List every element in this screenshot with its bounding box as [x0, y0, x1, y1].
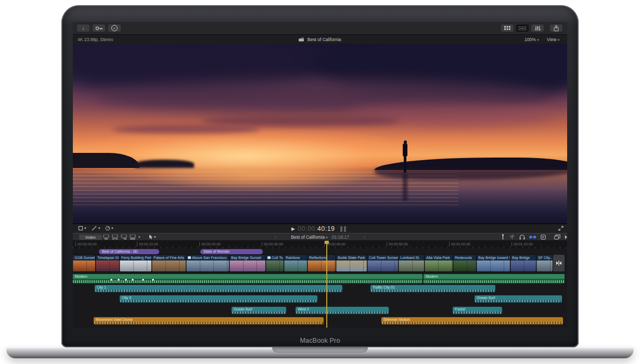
keyframe-dot[interactable] — [110, 279, 112, 281]
audio-clip-label: Ocean Surf — [475, 295, 562, 300]
audio-waveform — [296, 311, 388, 314]
keyframe-dot[interactable] — [125, 279, 127, 281]
timeline-clip[interactable]: SF City... — [536, 255, 553, 271]
island-silhouette — [135, 160, 194, 168]
crop-tool-dropdown[interactable]: ▾ — [78, 226, 86, 231]
clapperboard-icon — [299, 37, 304, 42]
audio-clip[interactable]: Movement Swirl Drone — [94, 317, 324, 324]
audio-waveform — [120, 300, 317, 302]
clip-name: Palace of Fine Arts — [152, 255, 186, 261]
clip-thumbnail — [186, 261, 229, 271]
audio-clip[interactable]: Shimmer Motion — [381, 317, 563, 324]
keywords-button[interactable] — [93, 24, 105, 32]
audio-clip-label: City 3 — [120, 295, 317, 300]
keyframe-dot[interactable] — [152, 279, 154, 281]
timeline-clip[interactable]: Palace of Fine Arts — [152, 255, 186, 271]
browser-view-button[interactable] — [501, 24, 514, 32]
play-button[interactable]: ▶ — [291, 227, 295, 231]
compound-clip-icon — [267, 256, 271, 259]
timeline-clip[interactable]: Ferry Building Part 2 — [120, 255, 151, 271]
audio-clip[interactable]: Forest — [453, 307, 502, 314]
audio-clip-label: Forest — [453, 307, 502, 311]
timeline-clip[interactable]: Lombard St. — [399, 255, 424, 271]
clip-thumbnail — [152, 261, 186, 271]
share-button[interactable] — [550, 24, 562, 32]
timeline-marker[interactable]: State of Wonder — [200, 249, 263, 254]
timeline-ruler[interactable]: 00:00:00:0000:00:10:0000:00:20:0000:00:3… — [73, 240, 567, 249]
solo-headphones-icon[interactable] — [519, 234, 525, 240]
download-icon: ↓ — [82, 25, 85, 31]
duplicate-icon[interactable] — [554, 235, 560, 240]
timeline-clip[interactable]: Alta Vista Park — [425, 255, 453, 271]
timeline-clip[interactable]: Redwoods — [453, 255, 476, 271]
color-tool-dropdown[interactable]: ▾ — [105, 226, 113, 231]
music-clip[interactable]: Modern — [424, 274, 565, 283]
music-clip[interactable]: Modern — [73, 274, 423, 283]
clip-name: Redwoods — [453, 255, 476, 261]
timeline-clip[interactable]: Coit To... — [266, 255, 284, 271]
viewer-title: Best of California — [73, 37, 567, 42]
timeline-clip[interactable]: Bay Bridge toward SF — [477, 255, 510, 271]
timeline-clip[interactable]: Coit Tower Sunset — [367, 255, 398, 271]
trim-crossover-icon[interactable] — [565, 235, 567, 240]
audio-clip[interactable]: Ocean Surf — [232, 307, 286, 314]
clip-thumbnail — [536, 261, 553, 271]
prev-sequence-button[interactable]: ‹ — [275, 235, 276, 240]
effects-tool-dropdown[interactable]: ▾ — [92, 226, 100, 231]
clip-thumbnail — [120, 261, 151, 271]
ruler-tick: 00:00:50:00 — [387, 242, 408, 246]
audio-waveform — [371, 290, 495, 292]
sequence-title-dropdown[interactable]: Best of California ▾01:18:17 — [291, 235, 349, 240]
audio-meters-icon[interactable] — [340, 226, 346, 232]
audio-clip[interactable]: Traffic City 01 — [370, 285, 495, 292]
audio-clip-label: Ocean Surf — [232, 307, 286, 311]
timeline-clip[interactable]: Above San Francisco — [186, 255, 229, 271]
audio-clip[interactable]: City 1 — [95, 285, 342, 292]
timeline-end-cap[interactable] — [553, 255, 565, 271]
skimming-icon[interactable] — [501, 234, 505, 240]
audio-waveform — [382, 322, 562, 324]
audio-skimming-icon[interactable] — [509, 234, 515, 240]
primary-storyline: GGB SunsetTimelapse GGBFerry Building Pa… — [73, 255, 567, 271]
crop-icon — [78, 226, 83, 231]
timeline-clip[interactable]: Bay Bridge — [510, 255, 536, 271]
compound-clip-icon — [188, 256, 191, 259]
audio-clip[interactable]: City 3 — [120, 295, 317, 303]
timeline-clip[interactable]: Bodie State Park — [336, 255, 367, 271]
keyframe-dot[interactable] — [118, 279, 120, 281]
next-sequence-button[interactable]: › — [364, 235, 365, 240]
keyframe-dot[interactable] — [132, 279, 134, 281]
timeline-clip[interactable]: Bay Bridge Sunset — [229, 255, 265, 271]
cloud-streak — [112, 125, 261, 134]
playhead[interactable] — [326, 241, 327, 328]
chevron-down-icon: ▾ — [326, 236, 328, 239]
clip-name: Bay Bridge Sunset — [229, 255, 265, 261]
clip-name: Coit Tower Sunset — [367, 255, 398, 261]
zoom-dropdown[interactable]: 100% ▾ — [524, 37, 539, 42]
timeline-clip[interactable]: Rainbow — [284, 255, 307, 271]
timeline-clip[interactable]: Reflections — [308, 255, 336, 271]
clip-name: Above San Francisco — [186, 255, 229, 261]
audio-clip-label: City 1 — [95, 285, 342, 290]
clip-thumbnail — [425, 261, 453, 271]
audio-clip[interactable]: Wind 2 — [296, 307, 389, 314]
audio-waveform — [232, 311, 286, 314]
timeline-clip[interactable]: GGB Sunset — [73, 255, 95, 271]
clip-thumbnail — [96, 261, 119, 271]
expand-viewer-button[interactable] — [558, 226, 564, 231]
timeline-marker[interactable]: Best of California - 3D — [99, 249, 159, 254]
keyframe-dot[interactable] — [142, 279, 144, 281]
snapping-icon[interactable] — [529, 235, 536, 239]
audio-clip[interactable]: Ocean Surf — [475, 295, 562, 303]
ruler-tick: 00:00:00:00 — [75, 242, 97, 246]
playhead-handle[interactable] — [325, 241, 329, 244]
view-dropdown[interactable]: View ▾ — [547, 37, 559, 42]
checkmark-button[interactable]: ✓ — [108, 24, 121, 32]
inspector-button[interactable] — [531, 24, 544, 32]
chevron-down-icon: ▾ — [558, 38, 560, 42]
timeline-clip[interactable]: Timelapse GGB — [96, 255, 119, 271]
viewer-info-bar: 4K 23.98p, Stereo Best of California 100… — [73, 35, 567, 44]
download-button[interactable]: ↓ — [77, 24, 89, 32]
marker-note-icon[interactable] — [541, 235, 546, 240]
filmstrip-view-button[interactable] — [516, 24, 529, 32]
